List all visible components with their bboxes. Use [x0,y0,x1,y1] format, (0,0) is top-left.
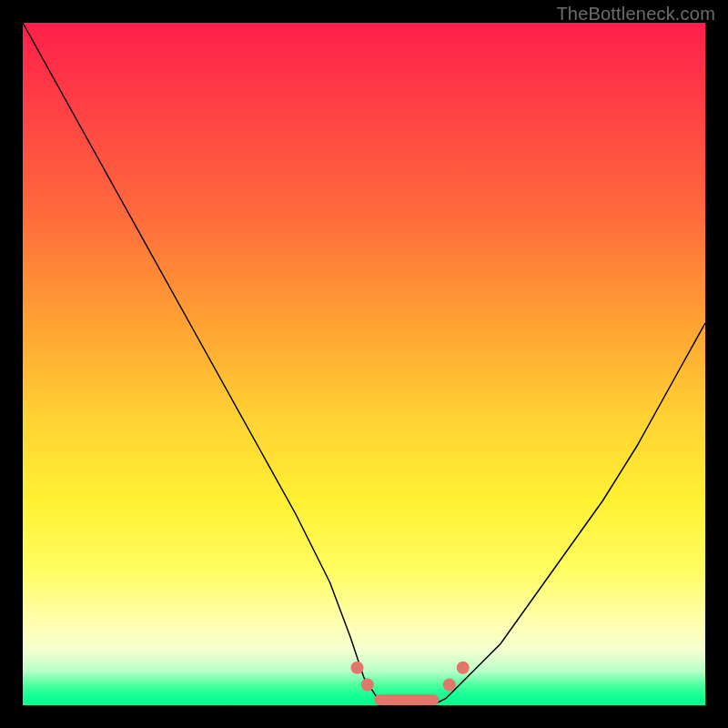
curve-marker [361,679,374,692]
curve-layer [23,23,705,705]
bottleneck-curve [23,23,705,705]
curve-marker [351,662,364,674]
watermark-text: TheBottleneck.com [556,4,715,25]
chart-frame: TheBottleneck.com [0,0,728,728]
curve-marker [457,662,470,674]
curve-markers [351,662,470,705]
curve-marker [443,679,456,692]
plot-area [23,23,705,705]
valley-bar [374,694,439,705]
